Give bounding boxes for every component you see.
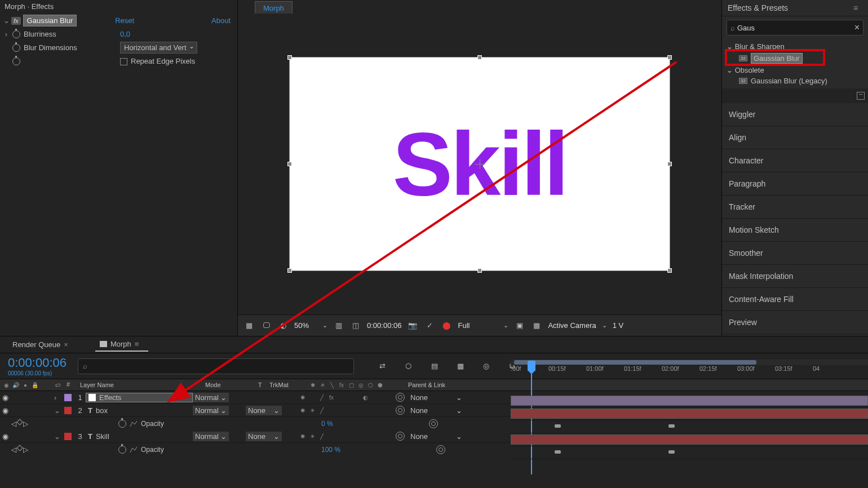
composition-mini-flowchart-icon[interactable]: ⇄: [377, 360, 389, 372]
camera-icon[interactable]: 📷: [407, 320, 418, 331]
blur-sharpen-group[interactable]: ⌄ Blur & Sharpen: [722, 41, 868, 52]
pickwhip-icon[interactable]: [396, 406, 405, 415]
composition-canvas[interactable]: Skill: [289, 57, 670, 271]
tab-menu-icon[interactable]: ≡: [135, 340, 144, 348]
pixel-bin-icon[interactable]: [857, 92, 865, 100]
pickwhip-icon[interactable]: [396, 432, 405, 441]
guides-icon[interactable]: ◫: [350, 320, 361, 331]
layer-name[interactable]: Skill: [96, 432, 109, 441]
stopwatch-icon[interactable]: [12, 44, 20, 52]
panel-smoother[interactable]: Smoother: [722, 242, 868, 265]
layer-name[interactable]: box: [96, 406, 108, 415]
camera-dropdown[interactable]: Active Camera: [548, 321, 606, 330]
reset-link[interactable]: Reset: [115, 16, 134, 25]
parent-dropdown[interactable]: None⌄: [408, 432, 464, 441]
next-key-icon[interactable]: ▷: [23, 446, 28, 454]
stopwatch-icon[interactable]: [12, 30, 20, 38]
graph-icon[interactable]: [130, 420, 138, 428]
mode-dropdown[interactable]: Normal⌄: [193, 393, 229, 402]
mode-dropdown[interactable]: Normal⌄: [193, 432, 229, 441]
panel-paragraph[interactable]: Paragraph: [722, 172, 868, 196]
timeline-timecode[interactable]: 0:00:00:06: [8, 356, 67, 370]
visibility-toggle[interactable]: ◉: [2, 432, 11, 441]
effects-search-input[interactable]: [737, 24, 854, 32]
graph-icon[interactable]: [130, 446, 138, 454]
keyframe-icon[interactable]: [668, 450, 675, 454]
zoom-dropdown[interactable]: 50%: [294, 321, 327, 330]
tab-render-queue[interactable]: Render Queue ×: [8, 338, 73, 351]
draft3d-icon[interactable]: ⬡: [402, 360, 415, 372]
mode-dropdown[interactable]: Normal⌄: [193, 406, 229, 415]
effect-name[interactable]: Gaussian Blur: [23, 15, 77, 26]
panel-content-aware-fill[interactable]: Content-Aware Fill: [722, 288, 868, 311]
pickwhip-icon[interactable]: [396, 393, 405, 402]
prop-chevron[interactable]: ›: [3, 30, 9, 38]
prev-key-icon[interactable]: ◁: [11, 420, 16, 428]
trkmat-dropdown[interactable]: None⌄: [246, 432, 282, 441]
visibility-toggle[interactable]: ◉: [2, 393, 11, 402]
repeat-checkbox[interactable]: [120, 58, 127, 65]
transparency-grid-icon[interactable]: ▦: [531, 320, 542, 331]
timeline-search[interactable]: ⌕: [78, 358, 354, 374]
label-color[interactable]: [64, 433, 72, 440]
resolution-dropdown[interactable]: Full: [458, 321, 508, 330]
expand-chevron[interactable]: ›: [54, 393, 60, 402]
keyframe-icon[interactable]: [555, 424, 561, 428]
opacity-value[interactable]: 0 %: [321, 420, 333, 428]
viewer-timecode[interactable]: 0:00:00:06: [367, 321, 401, 330]
panel-wiggler[interactable]: Wiggler: [722, 103, 868, 126]
trkmat-dropdown[interactable]: None⌄: [246, 406, 282, 415]
toggle-alpha-icon[interactable]: ▦: [243, 320, 255, 331]
motion-blur-icon[interactable]: ◎: [480, 360, 493, 372]
obsolete-group[interactable]: ⌄ Obsolete: [722, 65, 868, 76]
close-tab-icon[interactable]: ×: [64, 340, 68, 349]
timeline-ruler[interactable]: :00f00:15f01:00f01:15f02:00f02:15f03:00f…: [511, 360, 868, 382]
expand-chevron[interactable]: ⌄: [54, 432, 60, 441]
parent-dropdown[interactable]: None⌄: [408, 393, 464, 402]
stopwatch-icon[interactable]: [118, 446, 126, 454]
panel-character[interactable]: Character: [722, 149, 868, 172]
panel-mask-interpolation[interactable]: Mask Interpolation: [722, 265, 868, 288]
add-key-icon[interactable]: [16, 419, 23, 425]
stopwatch-icon[interactable]: [118, 420, 126, 428]
pickwhip-icon[interactable]: [429, 419, 438, 428]
dimensions-dropdown[interactable]: Horizontal and Vert: [120, 42, 197, 54]
toggle-transparency-icon[interactable]: 🖵: [260, 320, 272, 331]
clear-search-icon[interactable]: ×: [854, 23, 860, 33]
panel-motion-sketch[interactable]: Motion Sketch: [722, 219, 868, 242]
pickwhip-icon[interactable]: [436, 445, 445, 454]
layer-name[interactable]: Effects: [99, 393, 122, 402]
stopwatch-icon[interactable]: [12, 57, 20, 65]
visibility-toggle[interactable]: ◉: [2, 406, 11, 415]
expand-chevron[interactable]: ⌄: [54, 406, 60, 415]
effects-search-box[interactable]: ⌕ ×: [727, 20, 863, 36]
about-link[interactable]: About: [211, 16, 231, 25]
grid-icon[interactable]: ▥: [333, 320, 344, 331]
frame-blend-icon[interactable]: ▦: [454, 360, 467, 372]
gaussian-blur-legacy-item[interactable]: 32Gaussian Blur (Legacy): [722, 76, 868, 86]
tab-morph[interactable]: Morph ≡: [95, 338, 148, 352]
add-key-icon[interactable]: [16, 445, 23, 451]
prev-key-icon[interactable]: ◁: [11, 446, 16, 454]
current-time-indicator[interactable]: [528, 361, 535, 371]
panel-tracker[interactable]: Tracker: [722, 196, 868, 219]
shy-icon[interactable]: ▤: [428, 360, 441, 372]
keyframe-icon[interactable]: [668, 424, 675, 428]
keyframe-icon[interactable]: [555, 450, 561, 454]
snapshot-icon[interactable]: ✓: [424, 320, 435, 331]
region-icon[interactable]: ▣: [514, 320, 525, 331]
effect-collapse-chevron[interactable]: ⌄: [3, 16, 9, 25]
parent-dropdown[interactable]: None⌄: [408, 406, 464, 415]
gaussian-blur-item[interactable]: 32Gaussian Blur: [722, 52, 868, 65]
label-color[interactable]: [64, 394, 72, 401]
panel-align[interactable]: Align: [722, 126, 868, 149]
fx-toggle-icon[interactable]: fx: [11, 17, 21, 25]
collapse-icon[interactable]: ◐: [361, 393, 369, 401]
view-count[interactable]: 1 V: [613, 321, 624, 330]
mask-icon[interactable]: ◐: [277, 320, 289, 331]
blurriness-value[interactable]: 0,0: [120, 30, 130, 38]
next-key-icon[interactable]: ▷: [23, 420, 28, 428]
panel-preview[interactable]: Preview: [722, 311, 868, 334]
opacity-value[interactable]: 100 %: [321, 446, 340, 454]
label-color[interactable]: [64, 407, 72, 414]
